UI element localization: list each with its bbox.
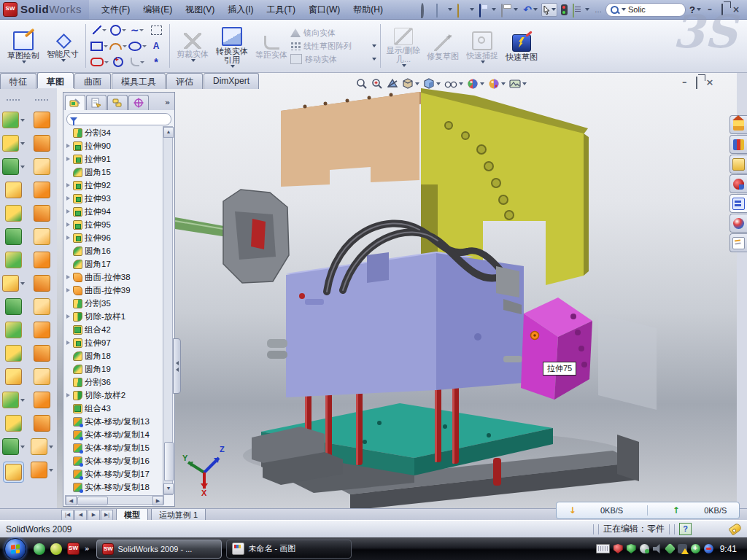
trim-entities-button[interactable]: 剪裁实体 [174,30,212,62]
property-manager-tab[interactable] [86,95,107,110]
slot-tool[interactable] [90,54,109,70]
view-orientation-button[interactable] [402,78,419,90]
panel-splitter-handle[interactable] [173,338,181,394]
sketch-button[interactable]: 草图绘制 [4,28,42,63]
tab-评估[interactable]: 评估 [166,73,203,89]
extruded-surface-button[interactable] [34,158,50,175]
tab-曲面[interactable]: 曲面 [74,73,111,89]
spline-tool[interactable]: ~ [128,22,147,38]
view-palette-tab[interactable] [729,194,747,213]
menu-file[interactable]: 文件(F) [95,1,136,18]
next-tab-button[interactable]: ▶ [88,510,100,521]
health-shield-icon[interactable] [691,544,700,553]
offset-entities-button[interactable]: 等距实体 [252,33,290,59]
taskbar-button-solidworks[interactable]: SW SolidWorks 2009 - ... [96,540,222,559]
dropdown-arrow-icon[interactable] [61,59,66,62]
tree-item[interactable]: 圆角18 [65,349,164,362]
tree-item[interactable]: 拉伸93 [65,192,164,205]
doc-close-button[interactable]: × [706,77,714,88]
fillet-surface-button[interactable] [34,415,50,432]
swept-boss-button[interactable] [5,182,22,198]
trim-surface-button[interactable] [31,438,53,455]
solidworks-resources-tab[interactable] [729,115,747,134]
expander-icon[interactable] [66,144,70,148]
menu-help[interactable]: 帮助(H) [347,1,390,18]
toolbar-overflow-button[interactable]: … [593,4,603,15]
last-tab-button[interactable]: ▶| [101,510,113,521]
replace-face-button[interactable] [34,368,50,385]
doc-restore-button[interactable] [694,78,699,88]
arc-tool[interactable] [109,38,128,54]
expander-icon[interactable] [66,183,70,187]
tree-item[interactable]: 组合42 [65,323,164,336]
view-settings-button[interactable] [509,79,527,89]
panel-expand-chevron[interactable]: » [165,96,173,110]
combine-button[interactable] [5,345,22,362]
smart-dimension-button[interactable]: 智能尺寸 [44,30,82,62]
pin-toolbar-button[interactable] [418,3,432,17]
menu-window[interactable]: 窗口(W) [302,1,347,18]
expander-icon[interactable] [66,196,70,201]
radiate-surface-button[interactable] [34,275,50,292]
tree-item[interactable]: 拉伸95 [65,218,164,231]
tree-item[interactable]: 实体-移动/复制18 [65,481,164,494]
sync-status-icon[interactable] [704,544,713,553]
tree-item[interactable]: 实体-移动/复制16 [65,454,164,467]
lofted-boss-button[interactable] [5,228,22,245]
zoom-fit-button[interactable] [356,78,368,90]
swept-surface-button[interactable] [34,112,50,128]
design-library-tab[interactable] [729,135,747,154]
security-shield-icon[interactable] [627,544,636,553]
chamfer-button[interactable] [5,252,22,268]
tree-item[interactable]: 切除-放样2 [65,389,164,402]
tree-item[interactable]: 实体-移动/复制17 [65,467,164,481]
expander-icon[interactable] [66,314,70,319]
solidworks-content-tab[interactable] [729,174,747,193]
volume-icon[interactable] [653,544,662,553]
quick-launch-icon-1[interactable] [34,543,45,555]
dropdown-arrow-icon[interactable] [191,59,196,62]
open-button[interactable] [456,3,476,17]
part-sprue-assembly[interactable] [175,190,289,283]
edit-appearance-button[interactable] [467,78,484,90]
horizontal-scroll-thumb[interactable] [77,497,108,505]
dropdown-arrow-icon[interactable] [481,61,485,63]
tree-item[interactable]: 圆角16 [65,244,164,257]
planar-surface-button[interactable] [34,228,50,245]
repair-sketch-button[interactable]: 修复草图 [424,32,462,61]
zoom-area-button[interactable] [371,78,383,90]
file-explorer-tab[interactable] [729,155,747,174]
hide-show-items-button[interactable] [444,78,463,90]
linear-sketch-pattern-button[interactable]: 线性草图阵列 [290,41,376,52]
linear-pattern-button[interactable] [2,275,25,292]
tree-filter-input[interactable] [66,113,171,125]
line-tool[interactable] [90,22,109,38]
tree-item[interactable]: 分割34 [65,126,164,139]
start-button[interactable] [4,538,26,560]
move-copy-body-button[interactable] [5,368,22,385]
expander-icon[interactable] [66,209,70,214]
expander-icon[interactable] [66,157,70,161]
knit-surface-button[interactable] [34,298,50,315]
custom-properties-tab[interactable] [729,233,747,252]
tree-item[interactable]: 拉伸97 [65,336,164,349]
toolbar-grip[interactable] [7,99,20,104]
network-warning-icon[interactable] [678,544,687,553]
part-side-block-highlighted[interactable] [521,298,592,400]
appearances-scenes-tab[interactable] [729,214,747,233]
section-view-button[interactable] [387,78,398,90]
restore-button[interactable] [717,4,727,15]
rapid-sketch-button[interactable]: 快速草图 [503,31,541,61]
shell-button[interactable] [5,205,22,222]
tree-item[interactable]: 圆角15 [65,166,164,179]
tree-item[interactable]: 实体-移动/复制15 [65,441,164,454]
expander-icon[interactable] [66,288,70,292]
rectangle-tool[interactable] [90,38,109,54]
tab-模具工具[interactable]: 模具工具 [112,73,166,89]
tree-horizontal-scrollbar[interactable]: ◀ ▶ [65,495,164,505]
part-pin-right[interactable] [493,458,501,486]
tree-item[interactable]: 拉伸94 [65,205,164,218]
taskbar-clock[interactable]: 9:41 [717,544,743,554]
tree-item[interactable]: 圆角17 [65,257,164,271]
help-button[interactable]: ? [688,3,703,17]
